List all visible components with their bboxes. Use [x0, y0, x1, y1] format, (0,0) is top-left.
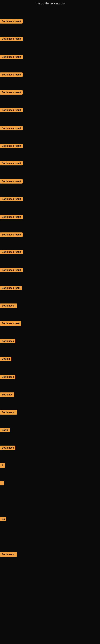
bottleneck-badge: Bottleneck [0, 339, 15, 343]
bottleneck-item[interactable]: Bottleneck result [0, 54, 23, 60]
bottleneck-item[interactable]: Bottleneck result [0, 267, 23, 273]
bottleneck-item[interactable]: Bottleneck result [0, 196, 23, 202]
bottleneck-item[interactable]: Bottleneck [0, 445, 15, 451]
bottleneck-badge: Bottleneck result [0, 215, 23, 219]
bottleneck-item[interactable]: Bottleneck result [0, 18, 23, 24]
bottleneck-item[interactable]: Bottlenec [0, 392, 14, 398]
bottleneck-badge: Bottleneck result [0, 55, 23, 59]
bottleneck-badge: Bottleneck result [0, 250, 23, 254]
bottleneck-badge: Bottleneck r [0, 410, 17, 414]
bottleneck-badge: Bottleneck result [0, 108, 23, 112]
bottleneck-item[interactable]: Bottleneck result [0, 178, 23, 184]
bottleneck-badge: Bo [0, 517, 6, 521]
bottleneck-badge: Bottleneck result [0, 179, 23, 184]
bottleneck-badge: Bottlen [0, 356, 11, 361]
bottleneck-badge: Bottleneck [0, 446, 15, 450]
bottleneck-item[interactable]: Bottleneck result [0, 72, 23, 78]
bottleneck-item[interactable]: Bottleneck result [0, 249, 23, 255]
bottleneck-badge: Bottleneck result [0, 268, 23, 272]
bottleneck-item[interactable]: Bottleneck resul [0, 285, 22, 291]
bottleneck-item[interactable]: Bottleneck result [0, 214, 23, 220]
bottleneck-badge: Bottleneck result [0, 144, 23, 148]
site-title: TheBottlenecker.com [0, 0, 100, 7]
bottleneck-item[interactable]: Bottleneck result [0, 143, 23, 149]
bottleneck-badge: Bottlenec [0, 392, 14, 397]
bottleneck-item[interactable]: Bottleneck r [0, 303, 17, 309]
bottleneck-badge: Bottleneck resul [0, 286, 22, 290]
bottleneck-item[interactable]: Bottle [0, 427, 10, 433]
bottleneck-item[interactable]: Bottleneck result [0, 36, 23, 42]
bottleneck-badge: Bottleneck result [0, 90, 23, 94]
bottleneck-item[interactable]: Bottleneck result [0, 232, 23, 238]
bottleneck-item[interactable]: Bottleneck result [0, 160, 23, 166]
bottleneck-badge: Bottleneck result [0, 232, 23, 237]
bottleneck-item[interactable]: Bottleneck resu [0, 320, 21, 326]
bottleneck-item[interactable]: Bottleneck result [0, 125, 23, 131]
bottleneck-badge: Bottleneck result [0, 197, 23, 201]
bottleneck-item[interactable]: | [0, 480, 4, 486]
bottleneck-badge: Bottleneck result [0, 126, 23, 130]
bottleneck-badge: Bottleneck r [0, 552, 17, 557]
bottleneck-item[interactable]: Bottlen [0, 356, 11, 362]
bottleneck-item[interactable]: Bottleneck result [0, 107, 23, 113]
bottleneck-badge: Bottle [0, 428, 10, 432]
bottleneck-item[interactable]: Bottleneck result [0, 89, 23, 96]
bottleneck-item[interactable]: Bo [0, 516, 6, 522]
bottleneck-badge: Bottleneck result [0, 72, 23, 77]
bottleneck-badge: Bottleneck result [0, 37, 23, 41]
bottleneck-item[interactable]: B [0, 462, 5, 468]
bottleneck-badge: Bottleneck r [0, 304, 17, 308]
bottleneck-item[interactable]: Bottleneck r [0, 409, 17, 416]
bottleneck-badge: Bottleneck result [0, 161, 23, 166]
bottleneck-badge: B [0, 463, 5, 468]
bottleneck-item[interactable]: Bottleneck [0, 374, 15, 380]
bottleneck-badge: Bottleneck [0, 375, 15, 379]
bottleneck-badge: | [0, 481, 4, 486]
bottleneck-badge: Bottleneck resu [0, 321, 21, 326]
bottleneck-badge: Bottleneck result [0, 19, 23, 24]
bottleneck-item[interactable]: Bottleneck [0, 338, 15, 344]
bottleneck-item[interactable]: Bottleneck r [0, 552, 17, 558]
